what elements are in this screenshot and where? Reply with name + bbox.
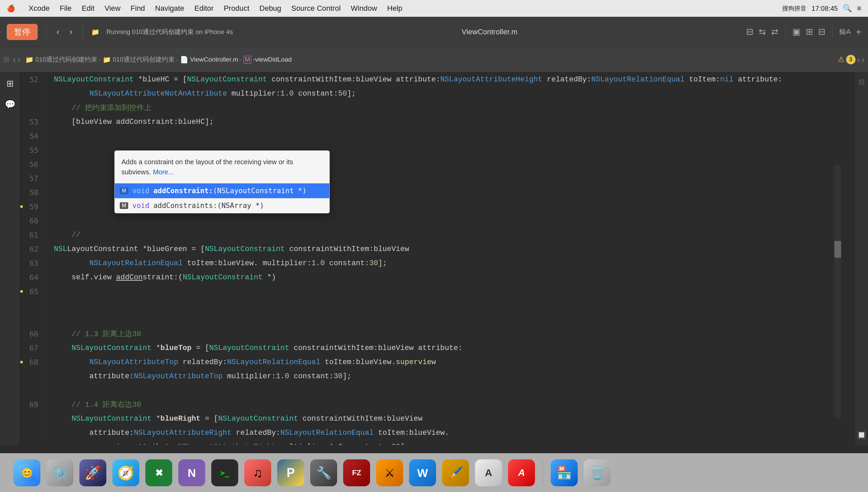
dock-python[interactable]: P	[277, 459, 304, 486]
menu-bar: 🍎 Xcode File Edit View Find Navigate Edi…	[0, 0, 868, 17]
tab-nav-forward[interactable]: ›	[18, 54, 21, 65]
code-line-55	[54, 129, 848, 143]
tab-prev-warning[interactable]: ‹	[857, 54, 860, 65]
line-num-54: 54	[20, 129, 42, 143]
dock-word[interactable]: W	[409, 459, 436, 486]
layout-icon-3[interactable]: ⇄	[771, 27, 778, 37]
code-area[interactable]: 52 53 54 55 56 57 58 59 60 61 62 63 64 6…	[20, 72, 854, 445]
line-num-53: 53	[20, 115, 42, 129]
code-content[interactable]: NSLayoutConstraint *blueHC = [NSLayoutCo…	[47, 72, 854, 445]
apple-menu[interactable]: 🍎	[7, 4, 15, 13]
dock-tools[interactable]: 🔧	[310, 459, 337, 486]
dock-system-preferences[interactable]: ⚙️	[46, 459, 73, 486]
system-tray: 搜狗拼音 17:08:45 🔍 ≡	[782, 0, 861, 17]
code-line-68-cont1: attribute:NSLayoutAttributeRight related…	[54, 426, 848, 440]
line-num-63: 63	[20, 256, 42, 270]
forward-button[interactable]: ›	[68, 25, 74, 39]
menu-navigate[interactable]: Navigate	[155, 4, 184, 13]
list-icon[interactable]: ≡	[857, 4, 861, 13]
code-line-59: NSLLayoutConstraint *blueGreen = [NSLayo…	[54, 242, 848, 256]
toolbar-separator-3	[785, 25, 786, 39]
dock-trash[interactable]: 🗑️	[584, 459, 611, 486]
sidebar-icon-chat[interactable]: 💬	[2, 97, 18, 113]
right-sidebar: ⊟ 🔲	[854, 72, 868, 445]
line-num-65: 65	[20, 285, 42, 298]
dock-appstore[interactable]: 🏪	[551, 459, 578, 486]
line-num-67: 67	[20, 341, 42, 355]
right-sidebar-icon-2[interactable]: 🔲	[855, 429, 868, 442]
sidebar-icon-navigator[interactable]: ⊞	[4, 76, 17, 92]
menu-edit[interactable]: Edit	[82, 4, 95, 13]
dock-font-a[interactable]: A	[475, 459, 502, 486]
code-line-62	[54, 298, 848, 313]
dock-filezilla[interactable]: FZ	[343, 459, 370, 486]
tab-folder-name-1: 010通过代码创建约束	[35, 55, 97, 64]
tab-sep-3: ›	[240, 56, 242, 63]
autocomplete-item-1[interactable]: M void addConstraints:(NSArray *)	[115, 198, 329, 213]
menu-debug[interactable]: Debug	[259, 4, 281, 13]
dock-razorback[interactable]: ⚔	[376, 459, 403, 486]
tab-next-warning[interactable]: ›	[862, 54, 865, 65]
autocomplete-item-0[interactable]: M void addConstraint:(NSLayoutConstraint…	[115, 183, 329, 198]
dock-music[interactable]: ♫	[244, 459, 271, 486]
menu-file[interactable]: File	[59, 4, 71, 13]
dock-launchpad[interactable]: 🚀	[79, 459, 106, 486]
code-line-68-cont2: superview attribute:NSLayoutAttributeRig…	[54, 440, 848, 445]
dock-onenote[interactable]: N	[178, 459, 205, 486]
menu-help[interactable]: Help	[387, 4, 402, 13]
dock-separator	[543, 461, 543, 485]
layout-icon-1[interactable]: ⊟	[746, 27, 754, 37]
dock-excel[interactable]: ✖	[145, 459, 172, 486]
tab-nav-back[interactable]: ‹	[13, 54, 16, 65]
code-line-65-cont1: NSLayoutAttributeTop relatedBy:NSLayoutR…	[54, 355, 848, 369]
code-line-66	[54, 383, 848, 397]
line-num-57: 57	[20, 171, 42, 186]
right-sidebar-icon-1[interactable]: ⊟	[857, 76, 867, 89]
back-button[interactable]: ‹	[55, 25, 61, 39]
layout-icon-2[interactable]: ⇆	[759, 27, 766, 37]
line-num-cont4	[20, 313, 42, 327]
dock-finder[interactable]: 😊	[14, 459, 41, 486]
tab-method-icon: M	[244, 56, 251, 64]
tab-file-name: ViewController.m	[190, 56, 238, 63]
line-num-60: 60	[20, 214, 42, 228]
menu-source-control[interactable]: Source Control	[291, 4, 341, 13]
view-toggle-2[interactable]: ⊞	[806, 27, 813, 37]
tab-sep-1: ›	[99, 56, 101, 63]
add-button[interactable]: +	[856, 27, 861, 38]
scrollbar-thumb[interactable]	[834, 241, 841, 258]
dock-font-a2[interactable]: A	[508, 459, 535, 486]
line-num-64: 64	[20, 270, 42, 285]
view-toggle-3[interactable]: ⊟	[818, 27, 825, 37]
dock-safari[interactable]: 🧭	[112, 459, 139, 486]
tab-folder-name-2: 010通过代码创建约束	[113, 55, 175, 64]
tray-time: 17:08:45	[812, 5, 838, 13]
breadcrumb-file-label: Running 010通过代码创建约束 on iPhone 4s	[106, 28, 233, 36]
dock-terminal[interactable]: >_	[211, 459, 238, 486]
code-line-64: // 1.3 距离上边30	[54, 327, 848, 341]
search-icon[interactable]: 🔍	[843, 4, 852, 13]
code-line-59-cont: NSLayoutRelationEqual toItem:blueView. m…	[54, 256, 848, 270]
autocomplete-tooltip: Adds a constraint on the layout of the r…	[115, 151, 329, 183]
view-toggle-1[interactable]: ▣	[792, 27, 801, 37]
autocomplete-more-link[interactable]: More...	[153, 168, 174, 176]
tab-folder-icon-2: 📁	[103, 55, 111, 64]
stop-button[interactable]: 暂停	[7, 24, 38, 40]
autocomplete-popup[interactable]: Adds a constraint on the layout of the r…	[114, 150, 330, 213]
autocomplete-badge-1: M	[120, 202, 128, 209]
toolbar-separator-2	[82, 25, 83, 39]
menu-view[interactable]: View	[105, 4, 121, 13]
menu-product[interactable]: Product	[224, 4, 249, 13]
right-panel-icon[interactable]: 輸A	[839, 27, 850, 36]
menu-find[interactable]: Find	[130, 4, 145, 13]
dock-brush[interactable]: 🖌️	[442, 459, 469, 486]
svg-text:😊: 😊	[21, 467, 33, 478]
scrollbar[interactable]	[834, 165, 841, 418]
line-num-59: 59	[20, 200, 42, 214]
menu-window[interactable]: Window	[351, 4, 377, 13]
menu-editor[interactable]: Editor	[195, 4, 214, 13]
line-num-61: 61	[20, 228, 42, 242]
menu-xcode[interactable]: Xcode	[29, 4, 49, 13]
tab-filename: ViewController.m	[462, 28, 517, 36]
tray-input-method: 搜狗拼音	[782, 4, 807, 13]
